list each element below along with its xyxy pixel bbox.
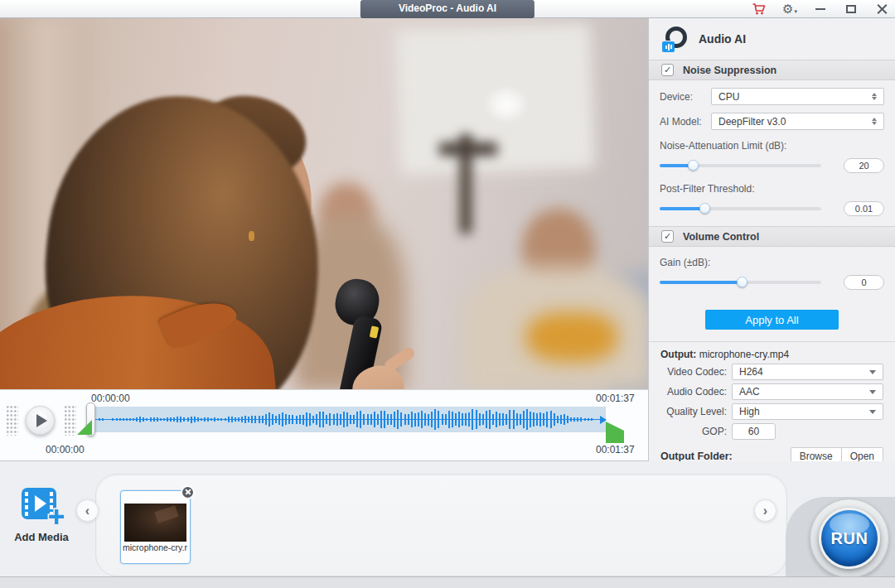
trim-start-time: 00:00:00 bbox=[46, 444, 85, 455]
ai-model-value: DeepFilter v3.0 bbox=[718, 116, 872, 128]
ai-model-select[interactable]: DeepFilter v3.0 bbox=[711, 113, 884, 130]
gop-input[interactable]: 60 bbox=[732, 423, 776, 440]
trim-start-marker[interactable] bbox=[77, 420, 92, 435]
attenuation-value-box[interactable]: 20 bbox=[844, 158, 884, 173]
status-strip bbox=[0, 576, 895, 588]
trim-end-marker[interactable] bbox=[606, 422, 624, 443]
volume-control-checkbox[interactable]: ✓ bbox=[661, 230, 674, 243]
gain-label: Gain (±dB): bbox=[660, 257, 884, 268]
media-bar: Add Media ‹ › microphone-cry.r RUN bbox=[0, 461, 895, 588]
output-title-row: Output: microphone-cry.mp4 bbox=[660, 349, 883, 360]
chevron-right-icon: › bbox=[763, 504, 767, 518]
timeline-area: 00:00:00 00:01:37 00:00:00 00:01:37 bbox=[0, 389, 649, 461]
audio-codec-select[interactable]: AAC bbox=[732, 383, 883, 400]
output-folder-label: Output Folder: bbox=[660, 451, 733, 462]
section-noise-suppression: ✓ Noise Suppression bbox=[649, 60, 895, 80]
close-icon bbox=[877, 4, 888, 15]
apply-to-all-button[interactable]: Apply to All bbox=[705, 310, 839, 330]
video-codec-label: Video Codec: bbox=[660, 366, 727, 378]
gear-icon: ⚙ bbox=[782, 3, 793, 16]
dropdown-arrow-icon bbox=[869, 390, 876, 394]
noise-suppression-checkbox[interactable]: ✓ bbox=[661, 64, 674, 76]
attenuation-label: Noise-Attenuation Limit (dB): bbox=[660, 140, 884, 152]
output-section: Output: microphone-cry.mp4 Video Codec: … bbox=[649, 342, 895, 479]
add-media-label: Add Media bbox=[10, 531, 73, 543]
threshold-value-box[interactable]: 0.01 bbox=[844, 201, 884, 216]
gain-slider-row: 0 bbox=[660, 275, 884, 290]
maximize-button[interactable] bbox=[843, 1, 859, 17]
media-list-panel bbox=[95, 474, 787, 576]
device-label: Device: bbox=[660, 91, 711, 103]
gop-label: GOP: bbox=[660, 426, 727, 437]
video-codec-value: H264 bbox=[739, 366, 869, 378]
maximize-icon bbox=[846, 5, 856, 13]
settings-panel: Audio AI ✓ Noise Suppression Device: CPU… bbox=[648, 18, 895, 461]
chevron-left-icon: ‹ bbox=[85, 504, 90, 518]
dropdown-arrow-icon bbox=[869, 370, 876, 374]
device-value: CPU bbox=[718, 91, 872, 103]
waveform-end-arrow bbox=[600, 416, 607, 424]
drag-grip-right[interactable] bbox=[64, 405, 76, 436]
blurred-lamp-glow bbox=[487, 89, 525, 120]
scroll-right-button[interactable]: › bbox=[754, 499, 776, 522]
add-media-button[interactable]: Add Media bbox=[10, 486, 73, 543]
quality-level-row: Quality Level: High bbox=[660, 403, 883, 420]
title-bar: VideoProc - Audio AI ⚙ ▾ bbox=[0, 0, 895, 18]
scroll-left-button[interactable]: ‹ bbox=[76, 499, 99, 522]
trim-end-time: 00:01:37 bbox=[596, 444, 635, 455]
device-select[interactable]: CPU bbox=[711, 88, 884, 105]
gop-row: GOP: 60 bbox=[660, 423, 883, 440]
ai-model-row: AI Model: DeepFilter v3.0 bbox=[660, 113, 884, 130]
attenuation-slider[interactable] bbox=[660, 164, 821, 167]
audio-codec-row: Audio Codec: AAC bbox=[660, 383, 883, 400]
attenuation-slider-row: 20 bbox=[660, 158, 884, 173]
app-window: VideoProc - Audio AI ⚙ ▾ bbox=[0, 0, 895, 588]
threshold-label: Post-Filter Threshold: bbox=[660, 183, 884, 195]
duration-time: 00:01:37 bbox=[596, 393, 635, 404]
noise-suppression-label: Noise Suppression bbox=[683, 65, 776, 76]
gear-caret-icon: ▾ bbox=[794, 8, 797, 15]
clip-filename: microphone-cry.r bbox=[123, 542, 188, 552]
play-button[interactable] bbox=[26, 406, 55, 435]
quality-level-value: High bbox=[739, 406, 869, 417]
waveform-centerline bbox=[95, 419, 606, 420]
panel-title: Audio AI bbox=[699, 32, 746, 46]
remove-clip-button[interactable] bbox=[181, 485, 195, 499]
settings-button[interactable]: ⚙ ▾ bbox=[781, 1, 798, 17]
close-button[interactable] bbox=[873, 1, 890, 17]
speaker-earring bbox=[249, 231, 254, 241]
playhead-time: 00:00:00 bbox=[91, 393, 130, 404]
section-volume-control: ✓ Volume Control bbox=[649, 226, 895, 247]
play-icon bbox=[36, 414, 47, 427]
threshold-slider-row: 0.01 bbox=[660, 201, 884, 216]
panel-header: Audio AI bbox=[649, 18, 895, 60]
spinner-icon bbox=[872, 93, 877, 100]
ai-model-label: AI Model: bbox=[660, 116, 711, 128]
minimize-button[interactable] bbox=[812, 1, 829, 17]
threshold-slider[interactable] bbox=[660, 207, 821, 210]
spinner-icon bbox=[872, 118, 877, 125]
gain-slider-knob[interactable] bbox=[737, 277, 747, 287]
audio-codec-label: Audio Codec: bbox=[660, 386, 727, 398]
video-codec-select[interactable]: H264 bbox=[732, 364, 883, 380]
dropdown-arrow-icon bbox=[869, 410, 876, 414]
window-title: VideoProc - Audio AI bbox=[360, 0, 535, 18]
drag-grip-left[interactable] bbox=[6, 405, 18, 436]
store-cart-button[interactable] bbox=[751, 1, 767, 17]
quality-level-select[interactable]: High bbox=[732, 403, 883, 420]
titlebar-controls: ⚙ ▾ bbox=[751, 0, 890, 18]
gain-slider[interactable] bbox=[660, 281, 821, 284]
quality-level-label: Quality Level: bbox=[660, 406, 727, 417]
output-filename: microphone-cry.mp4 bbox=[699, 349, 789, 360]
slider-fill bbox=[660, 207, 705, 210]
video-preview[interactable] bbox=[0, 18, 649, 389]
run-button[interactable]: RUN bbox=[819, 508, 880, 569]
media-clip-card[interactable]: microphone-cry.r bbox=[120, 490, 191, 564]
blurred-camera bbox=[439, 142, 497, 156]
attenuation-slider-knob[interactable] bbox=[688, 160, 699, 171]
threshold-slider-knob[interactable] bbox=[699, 203, 710, 214]
audience-scarf bbox=[526, 312, 617, 362]
gain-value-box[interactable]: 0 bbox=[844, 275, 884, 290]
device-row: Device: CPU bbox=[660, 88, 884, 105]
slider-fill bbox=[660, 281, 742, 284]
